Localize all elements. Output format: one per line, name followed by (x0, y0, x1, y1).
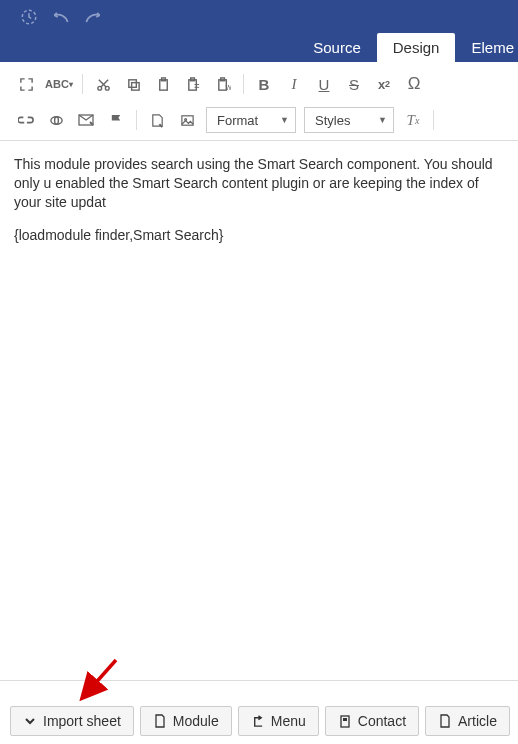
cut-button[interactable] (89, 70, 117, 98)
underline-button[interactable]: U (310, 70, 338, 98)
svg-rect-4 (131, 82, 139, 90)
undo-button[interactable] (50, 6, 72, 28)
menu-button[interactable]: Menu (238, 706, 319, 736)
separator (136, 110, 137, 130)
contact-label: Contact (358, 713, 406, 729)
italic-button[interactable]: I (280, 70, 308, 98)
bottom-separator (0, 680, 518, 700)
separator (433, 110, 434, 130)
superscript-button[interactable]: x2 (370, 70, 398, 98)
editor-header: Source Design Eleme (0, 0, 518, 62)
share-icon (251, 714, 265, 728)
image-button[interactable] (173, 106, 201, 134)
strike-button[interactable]: S (340, 70, 368, 98)
bottom-toolbar: Import sheet Module Menu Contact Article (0, 700, 518, 744)
document-icon (438, 714, 452, 728)
bold-button[interactable]: B (250, 70, 278, 98)
toolbar-row-2: Format ▼ Styles ▼ Tx (0, 102, 518, 138)
toolbar-row-1: ABC▾ W (0, 66, 518, 102)
editor-content[interactable]: This module provides search using the Sm… (0, 141, 518, 719)
history-controls (10, 4, 508, 28)
file-button[interactable] (143, 106, 171, 134)
view-tabs: Source Design Eleme (297, 32, 518, 62)
contact-icon (338, 714, 352, 728)
format-dropdown[interactable]: Format ▼ (206, 107, 296, 133)
bottom-area: Import sheet Module Menu Contact Article (0, 680, 518, 744)
copy-button[interactable] (119, 70, 147, 98)
tab-design[interactable]: Design (377, 33, 456, 62)
svg-rect-3 (128, 79, 136, 87)
history-icon[interactable] (18, 6, 40, 28)
flag-button[interactable] (102, 106, 130, 134)
fullscreen-button[interactable] (12, 70, 40, 98)
document-icon (153, 714, 167, 728)
separator (243, 74, 244, 94)
svg-rect-15 (181, 115, 192, 124)
spellcheck-button[interactable]: ABC▾ (42, 70, 76, 98)
module-label: Module (173, 713, 219, 729)
clear-format-button[interactable]: Tx (399, 106, 427, 134)
svg-rect-17 (341, 716, 349, 727)
import-sheet-label: Import sheet (43, 713, 121, 729)
article-label: Article (458, 713, 497, 729)
separator (82, 74, 83, 94)
styles-dropdown-label: Styles (315, 113, 350, 128)
import-sheet-button[interactable]: Import sheet (10, 706, 134, 736)
paste-button[interactable] (149, 70, 177, 98)
svg-text:W: W (225, 84, 231, 91)
module-button[interactable]: Module (140, 706, 232, 736)
contact-button[interactable]: Contact (325, 706, 419, 736)
menu-label: Menu (271, 713, 306, 729)
redo-button[interactable] (82, 6, 104, 28)
paste-text-button[interactable] (179, 70, 207, 98)
format-dropdown-label: Format (217, 113, 258, 128)
content-paragraph: This module provides search using the Sm… (14, 155, 504, 212)
styles-dropdown[interactable]: Styles ▼ (304, 107, 394, 133)
caret-down-icon: ▼ (272, 115, 289, 125)
svg-point-13 (54, 116, 58, 124)
paste-word-button[interactable]: W (209, 70, 237, 98)
anchor-button[interactable] (42, 106, 70, 134)
article-button[interactable]: Article (425, 706, 510, 736)
mail-button[interactable] (72, 106, 100, 134)
tab-source[interactable]: Source (297, 33, 377, 62)
svg-rect-18 (343, 718, 347, 721)
specialchar-button[interactable]: Ω (400, 70, 428, 98)
chevron-down-icon (23, 714, 37, 728)
editor-toolbars: ABC▾ W (0, 62, 518, 141)
link-button[interactable] (12, 106, 40, 134)
svg-point-12 (50, 116, 61, 124)
caret-down-icon: ▼ (370, 115, 387, 125)
content-shortcode: {loadmodule finder,Smart Search} (14, 226, 504, 245)
tab-element[interactable]: Eleme (455, 33, 518, 62)
